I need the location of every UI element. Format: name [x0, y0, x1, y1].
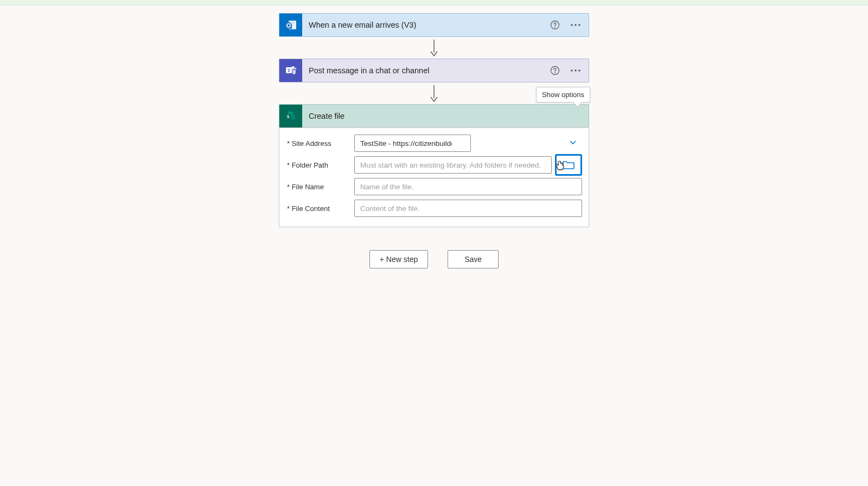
- svg-point-5: [571, 24, 573, 26]
- site-address-select[interactable]: [354, 135, 471, 152]
- flow-canvas: When a new email arrives (V3) T Post mes…: [0, 5, 868, 268]
- folder-picker-button[interactable]: [555, 154, 582, 176]
- svg-text:S: S: [287, 114, 290, 119]
- show-options-label: Show options: [542, 91, 584, 99]
- notification-bar: [0, 0, 868, 5]
- show-options-tooltip[interactable]: Show options: [536, 87, 590, 103]
- label-file-name: * File Name: [286, 183, 354, 191]
- help-icon[interactable]: [550, 20, 560, 30]
- action-header-sharepoint[interactable]: S Create file: [279, 104, 589, 127]
- svg-point-10: [295, 68, 297, 70]
- field-row-folder-path: * Folder Path: [286, 156, 582, 174]
- flow-arrow: [429, 82, 439, 104]
- save-button[interactable]: Save: [448, 250, 499, 268]
- help-icon[interactable]: [550, 65, 560, 76]
- action-card-teams[interactable]: T Post message in a chat or channel: [279, 59, 589, 82]
- trigger-title: When a new email arrives (V3): [302, 21, 550, 29]
- flow-arrow: [429, 37, 439, 59]
- field-row-file-content: * File Content: [286, 200, 582, 217]
- svg-point-4: [554, 27, 556, 28]
- folder-path-input[interactable]: [354, 156, 552, 174]
- svg-point-14: [554, 72, 556, 73]
- svg-point-7: [578, 24, 580, 26]
- button-row: + New step Save: [369, 250, 499, 268]
- label-file-content: * File Content: [286, 204, 354, 213]
- action-body-sharepoint: * Site Address * Folder Path: [279, 127, 589, 227]
- field-row-file-name: * File Name: [286, 178, 582, 195]
- ellipsis-icon[interactable]: [570, 65, 581, 76]
- chevron-down-icon: [569, 139, 577, 148]
- svg-point-15: [571, 69, 573, 72]
- file-content-input[interactable]: [354, 200, 582, 217]
- field-row-site-address: * Site Address: [286, 135, 582, 152]
- file-name-input[interactable]: [354, 178, 582, 195]
- ellipsis-icon[interactable]: [570, 20, 581, 30]
- action-title-teams: Post message in a chat or channel: [302, 66, 550, 75]
- action-title-sharepoint: Create file: [302, 112, 589, 120]
- teams-icon: T: [279, 59, 302, 82]
- new-step-button[interactable]: + New step: [369, 250, 428, 268]
- sharepoint-icon: S: [279, 105, 302, 127]
- svg-point-16: [575, 69, 577, 72]
- trigger-card-outlook[interactable]: When a new email arrives (V3): [279, 13, 589, 37]
- cursor-icon: [554, 160, 565, 172]
- action-card-sharepoint: S Create file Show options * Site Addres…: [279, 104, 589, 227]
- svg-text:T: T: [287, 68, 290, 73]
- svg-point-17: [578, 69, 580, 72]
- label-site-address: * Site Address: [286, 139, 354, 148]
- outlook-icon: [279, 14, 302, 36]
- svg-point-6: [575, 24, 577, 26]
- label-folder-path: * Folder Path: [286, 161, 354, 169]
